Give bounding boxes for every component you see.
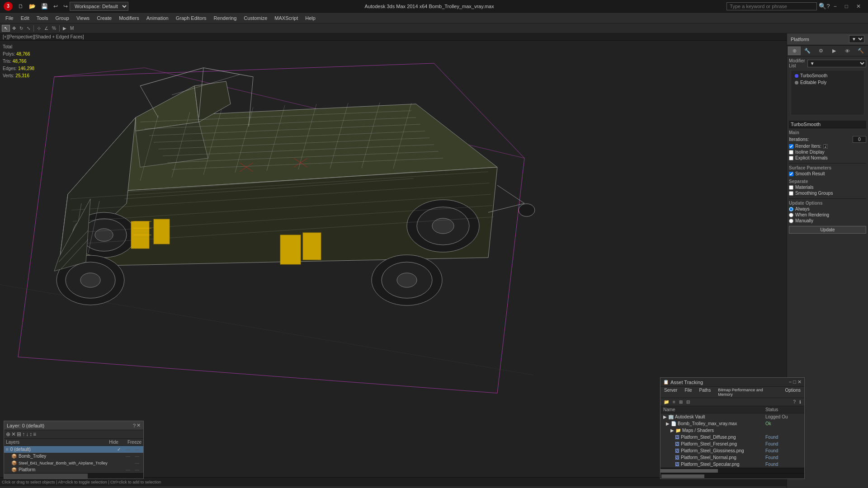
at-row-max-file[interactable]: ▶ 📄 Bomb_Trolley_max_vray.max Ok	[660, 420, 804, 427]
layer-panel-help[interactable]: ?	[133, 422, 136, 428]
at-menu-paths[interactable]: Paths	[696, 387, 715, 398]
toolbar-render[interactable]: ▶	[61, 25, 68, 31]
search-btn[interactable]: 🔍	[819, 3, 826, 9]
iterations-input[interactable]	[853, 136, 866, 143]
smoothing-groups-checkbox[interactable]	[789, 191, 793, 196]
redo-btn[interactable]: ↪	[61, 2, 70, 10]
close-btn[interactable]: ✕	[853, 2, 864, 10]
layer-tool-list[interactable]: ≡	[33, 431, 36, 437]
panel-icon-display[interactable]: 👁	[841, 47, 854, 55]
smooth-result-checkbox[interactable]	[789, 172, 793, 176]
menu-graph-editors[interactable]: Graph Editors	[172, 13, 210, 23]
toolbar-select[interactable]: ↖	[2, 25, 10, 32]
menu-tools[interactable]: Tools	[33, 13, 52, 23]
panel-icon-motion[interactable]: ▶	[828, 47, 840, 55]
render-iters-input[interactable]	[823, 144, 828, 149]
at-row-fresnel[interactable]: 🖼 Platform_Steel_Fresnel.png Found	[660, 441, 804, 447]
layer-tool-new[interactable]: ⊞	[17, 431, 21, 437]
layer-tool-down[interactable]: ↓	[26, 431, 28, 437]
at-row-vault[interactable]: ▶ 🏢 Autodesk Vault Logged Ou	[660, 413, 804, 420]
layer-tool-sort[interactable]: ↕	[29, 431, 32, 437]
modifier-turbosmooth[interactable]: TurboSmooth	[793, 72, 862, 79]
at-scrollbar[interactable]	[660, 468, 804, 473]
iterations-label: Iterations:	[789, 137, 851, 142]
layer-tool-delete[interactable]: ✕	[11, 431, 16, 437]
menu-customize[interactable]: Customize	[240, 13, 271, 23]
manually-radio[interactable]	[789, 219, 793, 223]
toolbar-snap-percent[interactable]: %	[51, 25, 57, 31]
menu-group[interactable]: Group	[52, 13, 73, 23]
layer-row-platform[interactable]: 📦 Platform — —	[4, 466, 143, 473]
at-row-normal[interactable]: 🖼 Platform_Steel_Normal.png Found	[660, 454, 804, 461]
layer-tool-up[interactable]: ↑	[22, 431, 25, 437]
at-menu-options[interactable]: Options	[782, 387, 804, 398]
at-menu-bitmap[interactable]: Bitmap Performance and Memory	[714, 387, 781, 398]
menu-rendering[interactable]: Rendering	[210, 13, 241, 23]
modifier-dropdown[interactable]: ▼	[807, 60, 866, 67]
at-minimize-btn[interactable]: −	[789, 379, 792, 385]
at-hscrollbar[interactable]	[660, 473, 804, 479]
always-radio[interactable]	[789, 207, 793, 211]
at-tool-4[interactable]: ⊟	[685, 399, 691, 405]
panel-icon-create[interactable]: ⊕	[788, 47, 801, 55]
at-close-btn[interactable]: ✕	[797, 379, 802, 385]
when-rendering-radio[interactable]	[789, 213, 793, 217]
at-help-btn[interactable]: ?	[792, 399, 797, 405]
explicit-normals-checkbox[interactable]	[789, 156, 793, 160]
menu-animation[interactable]: Animation	[143, 13, 172, 23]
menu-edit[interactable]: Edit	[17, 13, 33, 23]
layer-tool-add[interactable]: ⊕	[6, 431, 10, 437]
modifier-editablepoly[interactable]: Editable Poly	[793, 79, 862, 86]
menu-modifiers[interactable]: Modifiers	[115, 13, 143, 23]
search-input[interactable]	[726, 2, 817, 10]
menu-views[interactable]: Views	[73, 13, 93, 23]
panel-icon-modify[interactable]: 🔧	[801, 47, 814, 55]
menu-file[interactable]: File	[2, 13, 17, 23]
at-menu-file[interactable]: File	[681, 387, 695, 398]
minimize-btn[interactable]: −	[830, 2, 840, 10]
at-menu-server[interactable]: Server	[660, 387, 681, 398]
toolbar-material[interactable]: M	[69, 25, 75, 31]
isoline-checkbox[interactable]	[789, 150, 793, 155]
toolbar-move[interactable]: ✥	[11, 25, 17, 31]
quick-access-toolbar: 🗋 📂 💾 ↩ ↪	[16, 2, 70, 10]
new-btn[interactable]: 🗋	[16, 2, 25, 10]
layer-row-default[interactable]: ≡ 0 (default) ✓ — —	[4, 446, 143, 453]
update-options-group: Update Options Always When Rendering Man…	[789, 201, 866, 234]
layer-icon-3: 📦	[6, 467, 17, 472]
toolbar-rotate[interactable]: ↻	[18, 25, 24, 31]
toolbar-snap[interactable]: ⊹	[36, 25, 42, 31]
materials-checkbox[interactable]	[789, 185, 793, 190]
save-btn[interactable]: 💾	[39, 2, 50, 10]
at-row-maps[interactable]: ▶ 📁 Maps / Shaders	[660, 427, 804, 434]
at-restore-btn[interactable]: □	[793, 379, 796, 385]
help-btn[interactable]: ?	[826, 3, 830, 9]
panel-icon-utilities[interactable]: 🔨	[854, 47, 867, 55]
layer-panel-close[interactable]: ✕	[137, 422, 141, 428]
panel-icon-hierarchy[interactable]: ⚙	[815, 47, 827, 55]
polys-value: 48,766	[16, 52, 30, 56]
at-tool-3[interactable]: ⊞	[678, 399, 684, 405]
at-row-specular[interactable]: 🖼 Platform_Steel_Specular.png Found	[660, 461, 804, 468]
at-tool-1[interactable]: 📁	[662, 399, 670, 405]
workspace-selector[interactable]: Workspace: Default	[70, 2, 128, 11]
layer-row-bomb-trolley[interactable]: 📦 Bomb_Trolley — —	[4, 453, 143, 460]
maximize-btn[interactable]: □	[841, 2, 852, 10]
layer-row-steel-bomb[interactable]: 📦 Steel_B41_Nuclear_Bomb_with_Airplane_T…	[4, 460, 143, 466]
menu-create[interactable]: Create	[93, 13, 115, 23]
menu-maxscript[interactable]: MAXScript	[271, 13, 302, 23]
layer-panel-header[interactable]: Layer: 0 (default) ? ✕	[4, 421, 143, 430]
at-info-btn[interactable]: ℹ	[798, 399, 802, 405]
platform-dropdown[interactable]: ▼	[849, 35, 864, 43]
at-tool-2[interactable]: ≡	[671, 399, 677, 405]
at-row-diffuse[interactable]: 🖼 Platform_Steel_Diffuse.png Found	[660, 434, 804, 441]
open-btn[interactable]: 📂	[27, 2, 38, 10]
update-button[interactable]: Update	[789, 226, 866, 234]
at-row-glossiness[interactable]: 🖼 Platform_Steel_Glossiness.png Found	[660, 447, 804, 454]
menu-help[interactable]: Help	[302, 13, 319, 23]
toolbar-snap-angle[interactable]: ∠	[43, 25, 50, 31]
layer-scrollbar[interactable]	[4, 473, 143, 479]
render-iters-checkbox[interactable]	[789, 144, 793, 149]
toolbar-scale[interactable]: ⤡	[25, 25, 32, 31]
undo-btn[interactable]: ↩	[52, 2, 60, 10]
